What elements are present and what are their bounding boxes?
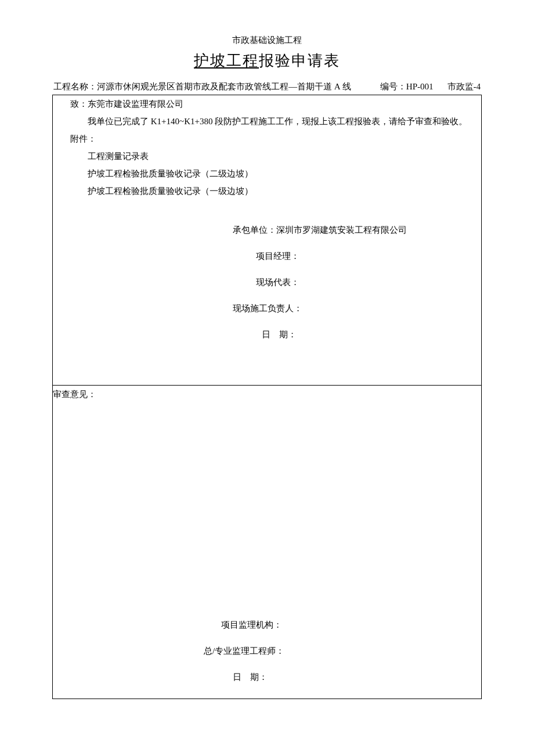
site-lead-line: 现场施工负责人： (53, 296, 481, 322)
project-name-value: 河源市休闲观光景区首期市政及配套市政管线工程—首期干道 A 线 (97, 82, 351, 91)
contractor-label: 承包单位： (233, 225, 276, 235)
number-label: 编号： (380, 82, 406, 91)
number-value: HP-001 (406, 82, 434, 91)
project-name-label: 工程名称： (53, 82, 97, 91)
doc-type-label: 市政基础设施工程 (52, 35, 482, 46)
info-line: 工程名称：河源市休闲观光景区首期市政及配套市政管线工程—首期干道 A 线 编号：… (52, 81, 482, 92)
date-post: 期： (279, 330, 297, 339)
date-pre: 日 (262, 330, 279, 339)
lower-date-pre: 日 (233, 672, 250, 682)
doc-title: 护坡工程报验申请表 (52, 51, 482, 71)
rep-line: 现场代表： (53, 269, 481, 296)
lower-date-line: 日期： (53, 664, 481, 690)
contractor-value: 深圳市罗湖建筑安装工程有限公司 (276, 225, 407, 235)
lower-signature-block: 项目监理机构： 总/专业监理工程师： 日期： (53, 612, 481, 690)
title-rest: 报验申请表 (259, 52, 340, 69)
form-code: 市政监-4 (448, 81, 481, 92)
upper-signature-block: 承包单位：深圳市罗湖建筑安装工程有限公司 项目经理： 现场代表： 现场施工负责人… (53, 217, 481, 348)
title-underlined: 护坡工程 (194, 52, 259, 69)
org-line: 项目监理机构： (53, 612, 481, 638)
body-line: 我单位已完成了 K1+140~K1+380 段防护工程施工工作，现报上该工程报验… (53, 113, 481, 130)
attach-label: 附件： (53, 130, 481, 147)
upper-section: 致：东莞市建设监理有限公司 我单位已完成了 K1+140~K1+380 段防护工… (53, 95, 482, 386)
contractor-line: 承包单位：深圳市罗湖建筑安装工程有限公司 (53, 217, 481, 243)
pm-line: 项目经理： (53, 243, 481, 269)
lower-date-post: 期： (250, 672, 268, 682)
date-line: 日期： (53, 322, 481, 348)
attach-item-0: 工程测量记录表 (53, 147, 481, 165)
form-table: 致：东莞市建设监理有限公司 我单位已完成了 K1+140~K1+380 段防护工… (52, 95, 482, 699)
lower-section: 审查意见： 项目监理机构： 总/专业监理工程师： 日期： (53, 386, 482, 699)
to-line: 致：东莞市建设监理有限公司 (53, 95, 481, 113)
engineer-line: 总/专业监理工程师： (53, 638, 481, 664)
opinion-label: 审查意见： (53, 386, 481, 403)
attach-item-2: 护坡工程检验批质量验收记录（一级边坡） (53, 182, 481, 200)
attach-item-1: 护坡工程检验批质量验收记录（二级边坡） (53, 165, 481, 182)
